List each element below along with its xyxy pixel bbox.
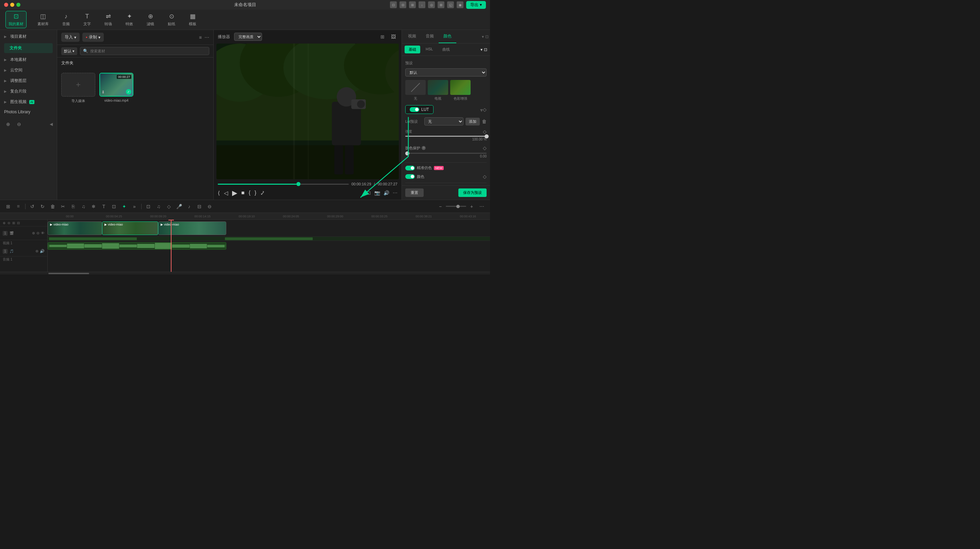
tl-undo-btn[interactable]: ↺ (28, 202, 37, 211)
tab-video[interactable]: 视频 (403, 30, 421, 43)
track-eye-icon[interactable]: 👁 (41, 231, 45, 235)
add-track-icon[interactable]: ⊕ (3, 221, 5, 225)
icon-user[interactable]: ◉ (457, 2, 463, 8)
sort-button[interactable]: 默认 ▾ (61, 47, 77, 55)
audio-add-icon[interactable]: ⊕ (35, 249, 38, 254)
sidebar-folder-btn[interactable]: 文件夹 (4, 43, 53, 53)
tl-delete-btn[interactable]: 🗑 (49, 202, 57, 211)
tl-ai-btn[interactable]: ✦ (120, 202, 128, 211)
toolbar-audio[interactable]: ♪ 音频 (60, 11, 73, 28)
sidebar-item-project-media[interactable]: ▶ 项目素材 (0, 31, 57, 42)
rewind-button[interactable]: ⟨ (218, 190, 220, 196)
tab-color[interactable]: 颜色 (439, 30, 456, 43)
frame-back-button[interactable]: ◁ (224, 190, 228, 196)
tl-minus-btn[interactable]: ⊖ (205, 202, 214, 211)
lut-add-button[interactable]: 添加 (466, 118, 480, 125)
remove-folder-icon[interactable]: ⊖ (15, 120, 23, 128)
toolbar-templates[interactable]: ▦ 模板 (186, 11, 199, 28)
tl-freeze-btn[interactable]: ❄ (89, 202, 98, 211)
video-clip-1[interactable]: ▶ video-miao (48, 221, 102, 235)
preset-tv[interactable]: 电视 (428, 80, 448, 101)
snapshot-icon[interactable]: 🖼 (389, 33, 398, 41)
save-preset-button[interactable]: 保存为预设 (458, 189, 487, 197)
tl-zoom-out-icon[interactable]: − (436, 202, 444, 211)
preset-select[interactable]: 默认 (405, 68, 487, 76)
tl-music-btn[interactable]: ♪ (185, 202, 193, 211)
snapshot-ctrl-icon[interactable]: 📷 (374, 190, 380, 195)
sidebar-item-adjustment[interactable]: ▶ 调整图层 (0, 76, 57, 86)
track-add-icon[interactable]: ⊕ (32, 231, 35, 235)
lut-delete-icon[interactable]: 🗑 (482, 119, 487, 124)
subtab-basic[interactable]: 基础 (404, 46, 420, 53)
icon-grid[interactable]: ⊞ (438, 2, 444, 8)
tl-settings-btn[interactable]: ⋯ (478, 202, 486, 211)
toolbar-my-media[interactable]: ⊡ 我的素材 (5, 11, 27, 28)
icon-download[interactable]: ↓ (418, 2, 425, 8)
close-button[interactable] (4, 3, 8, 7)
tl-crop-btn[interactable]: ⊡ (110, 202, 118, 211)
fullscreen-icon[interactable]: ⊡ (367, 190, 371, 195)
sidebar-item-compound[interactable]: ▶ 复合片段 (0, 86, 57, 97)
media-more-icon[interactable]: ⋯ (205, 35, 209, 40)
smart-match-toggle[interactable] (405, 166, 415, 170)
toolbar-text[interactable]: T 文字 (81, 11, 94, 28)
collapse-sidebar-btn[interactable]: ◀ (50, 122, 53, 127)
skin-slider-track[interactable] (405, 153, 487, 154)
subtab-curves[interactable]: 曲线 (438, 46, 454, 53)
icon-monitor[interactable]: ⊡ (390, 2, 397, 8)
tl-more-btn[interactable]: » (130, 202, 138, 211)
import-button[interactable]: 导入 ▾ (61, 33, 80, 42)
tl-mic-btn[interactable]: 🎤 (175, 202, 183, 211)
import-placeholder[interactable]: + (61, 73, 95, 97)
mark-in-button[interactable]: { (249, 190, 250, 196)
progress-track[interactable] (218, 184, 349, 185)
toolbar-transition[interactable]: ⇌ 转场 (102, 11, 115, 28)
import-media-cell[interactable]: + 导入媒体 (61, 73, 95, 195)
tab-audio[interactable]: 音频 (421, 30, 439, 43)
search-input[interactable] (90, 49, 206, 53)
lut-preset-select[interactable]: 无 (424, 117, 463, 125)
icon-display[interactable]: ⊟ (399, 2, 406, 8)
tl-cut-btn[interactable]: ✂ (59, 202, 67, 211)
color-more-chevron[interactable]: ▾ (480, 47, 482, 52)
track-remove-icon[interactable]: ⊖ (37, 231, 40, 235)
skin-info-icon[interactable]: ? (422, 146, 426, 150)
sidebar-item-local[interactable]: ▶ 本地素材 (0, 54, 57, 65)
more-tabs[interactable]: ▾ ⊡ (482, 30, 488, 43)
volume-icon[interactable]: 🔊 (383, 190, 389, 195)
audio-vol-icon[interactable]: 🔊 (40, 249, 45, 254)
link-track-icon[interactable]: ⊞ (12, 221, 15, 225)
toolbar-filters[interactable]: ⊕ 滤镜 (144, 11, 157, 28)
lut-toggle-button[interactable]: LUT (405, 105, 434, 114)
strength-slider-track[interactable] (405, 136, 487, 137)
sidebar-item-photos[interactable]: Photos Library (0, 107, 57, 117)
preset-vivid[interactable]: 色彩增强 (450, 80, 471, 101)
export-button[interactable]: 导出 ▾ (466, 1, 486, 9)
sidebar-item-ai-video[interactable]: ▶ 图生视频 AI (0, 97, 57, 107)
progress-thumb[interactable] (296, 182, 301, 186)
playhead[interactable]: ✂ (171, 220, 172, 272)
video-clip-2[interactable]: ▶ video-miao (102, 221, 158, 235)
video-thumb-1[interactable]: 00:00:27 ⬇ ✓ video-miao.mp4 (99, 73, 134, 195)
skin-keyframe-icon[interactable]: ◇ (483, 145, 487, 151)
sidebar-item-cloud[interactable]: ▶ 云空间 (0, 65, 57, 76)
maximize-button[interactable] (16, 3, 21, 7)
zoom-thumb[interactable] (456, 205, 460, 208)
icon-cart[interactable]: ◱ (447, 2, 454, 8)
strength-thumb[interactable] (485, 134, 488, 138)
toolbar-effects[interactable]: ✦ 特效 (123, 11, 136, 28)
tl-text-btn[interactable]: T (100, 202, 108, 211)
preset-none[interactable]: 无 (405, 80, 426, 101)
play-button[interactable]: ▶ (232, 189, 237, 197)
grid-view-icon[interactable]: ⊞ (379, 33, 387, 41)
scrollbar-thumb[interactable] (48, 273, 89, 274)
tl-trim-icon[interactable]: ⌗ (14, 202, 22, 211)
tl-screen-btn[interactable]: ⊟ (195, 202, 204, 211)
toolbar-library[interactable]: ◫ 素材库 (35, 11, 51, 28)
tl-redo-btn[interactable]: ↻ (38, 202, 47, 211)
icon-headphone[interactable]: ◎ (428, 2, 435, 8)
quality-select[interactable]: 完整画质 (234, 33, 262, 41)
zoom-track[interactable] (446, 206, 466, 207)
group-track-icon[interactable]: ⊟ (17, 221, 20, 225)
icon-share[interactable]: ⊞ (409, 2, 416, 8)
